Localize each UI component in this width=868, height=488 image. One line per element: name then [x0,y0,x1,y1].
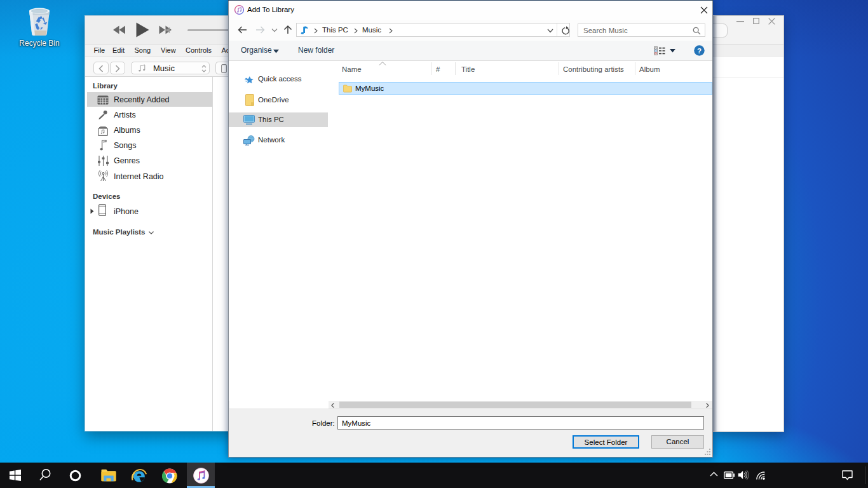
svg-text:?: ? [697,47,702,55]
